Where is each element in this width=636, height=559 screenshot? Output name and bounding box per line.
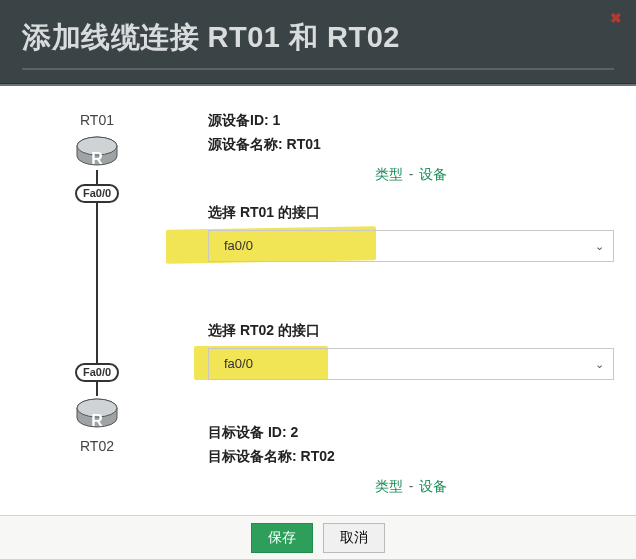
source-device-label: RT01	[80, 112, 114, 128]
link-separator: -	[409, 478, 414, 494]
type-link[interactable]: 类型	[375, 478, 403, 494]
modal-footer: 保存 取消	[0, 515, 636, 559]
link-separator: -	[409, 166, 414, 182]
svg-text:R: R	[91, 412, 103, 429]
device-link[interactable]: 设备	[419, 478, 447, 494]
type-link[interactable]: 类型	[375, 166, 403, 182]
close-icon[interactable]: ✖	[610, 10, 622, 26]
form-column: 源设备ID: 1 源设备名称: RT01 类型 - 设备 选择 RT01 的接口…	[172, 112, 614, 526]
connection-line	[96, 203, 98, 363]
source-interface-select-wrap: fa0/0 ⌄	[208, 230, 614, 262]
save-button[interactable]: 保存	[251, 523, 313, 553]
source-id-label: 源设备ID: 1	[208, 112, 614, 130]
target-port-badge: Fa0/0	[75, 363, 119, 382]
cancel-button[interactable]: 取消	[323, 523, 385, 553]
modal-title: 添加线缆连接 RT01 和 RT02	[22, 18, 614, 58]
source-interface-label: 选择 RT01 的接口	[208, 204, 614, 222]
target-interface-label: 选择 RT02 的接口	[208, 322, 614, 340]
device-link[interactable]: 设备	[419, 166, 447, 182]
target-device-label: RT02	[80, 438, 114, 454]
source-port-badge: Fa0/0	[75, 184, 119, 203]
target-info-block: 目标设备 ID: 2 目标设备名称: RT02 类型 - 设备	[208, 424, 614, 496]
target-interface-select-wrap: fa0/0 ⌄	[208, 348, 614, 380]
svg-text:R: R	[91, 150, 103, 167]
add-cable-modal: 添加线缆连接 RT01 和 RT02 ✖ RT01 R Fa0/0 Fa0/0	[0, 0, 636, 559]
modal-header: 添加线缆连接 RT01 和 RT02 ✖	[0, 0, 636, 86]
source-name-label: 源设备名称: RT01	[208, 136, 614, 154]
source-interface-select[interactable]	[208, 230, 614, 262]
target-id-label: 目标设备 ID: 2	[208, 424, 614, 442]
target-name-label: 目标设备名称: RT02	[208, 448, 614, 466]
topology-diagram: RT01 R Fa0/0 Fa0/0 R	[22, 112, 172, 526]
header-divider	[22, 68, 614, 70]
router-icon: R	[75, 396, 119, 432]
target-interface-select[interactable]	[208, 348, 614, 380]
router-icon: R	[75, 134, 119, 170]
connection-line	[96, 382, 98, 396]
source-links: 类型 - 设备	[208, 166, 614, 184]
target-links: 类型 - 设备	[208, 478, 614, 496]
connection-line	[96, 170, 98, 184]
modal-body: RT01 R Fa0/0 Fa0/0 R	[0, 86, 636, 526]
